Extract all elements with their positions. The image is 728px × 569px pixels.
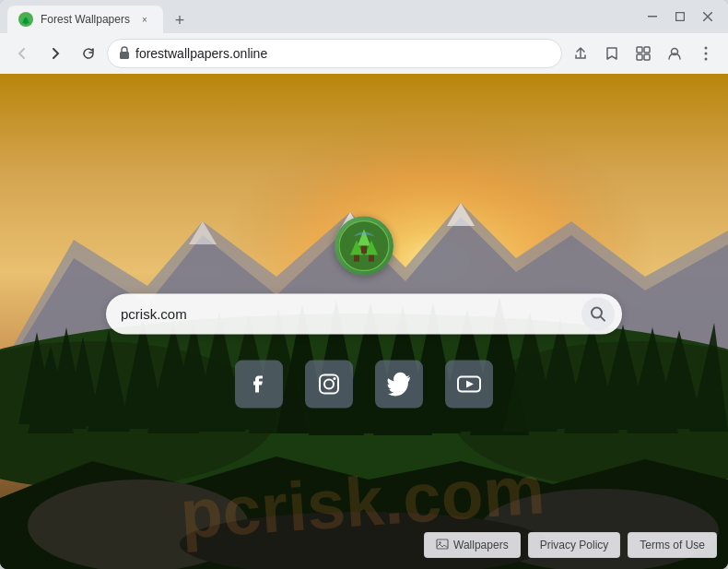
- privacy-label: Privacy Policy: [540, 539, 609, 551]
- wallpapers-button[interactable]: Wallpapers: [424, 532, 521, 558]
- reload-button[interactable]: [74, 39, 103, 68]
- browser-window: 🌲 Forest Wallpapers × +: [0, 0, 728, 569]
- address-bar[interactable]: forestwallpapers.online: [107, 39, 562, 68]
- svg-rect-6: [120, 52, 129, 59]
- search-box[interactable]: [106, 293, 622, 334]
- url-text: forestwallpapers.online: [135, 46, 550, 61]
- svg-point-12: [705, 47, 708, 50]
- svg-point-72: [439, 541, 440, 543]
- new-tab-button[interactable]: +: [167, 7, 193, 33]
- svg-marker-70: [466, 380, 474, 387]
- tab-favicon: 🌲: [18, 12, 33, 27]
- content-area: pcrisk.com: [0, 74, 728, 569]
- svg-rect-63: [369, 255, 374, 261]
- active-tab[interactable]: 🌲 Forest Wallpapers ×: [7, 6, 163, 33]
- tab-title: Forest Wallpapers: [41, 13, 130, 26]
- profile-button[interactable]: [660, 39, 689, 68]
- title-bar: 🌲 Forest Wallpapers × +: [0, 0, 728, 33]
- site-logo: [335, 216, 393, 275]
- svg-rect-2: [648, 16, 657, 18]
- bookmark-button[interactable]: [597, 39, 627, 68]
- svg-rect-61: [361, 245, 367, 253]
- svg-point-68: [334, 377, 336, 380]
- youtube-button[interactable]: [445, 360, 493, 408]
- svg-point-67: [324, 379, 334, 388]
- svg-point-13: [705, 53, 708, 55]
- svg-text:🌲: 🌲: [21, 16, 30, 25]
- svg-rect-3: [676, 13, 685, 21]
- wallpapers-label: Wallpapers: [453, 539, 509, 551]
- wallpapers-icon: [436, 539, 449, 551]
- svg-line-65: [601, 316, 605, 321]
- svg-rect-9: [637, 54, 642, 60]
- svg-rect-7: [637, 47, 642, 53]
- close-button[interactable]: [695, 4, 721, 30]
- minimize-button[interactable]: [640, 4, 665, 30]
- search-button[interactable]: [581, 297, 615, 330]
- terms-label: Terms of Use: [640, 539, 705, 551]
- svg-rect-62: [354, 255, 359, 261]
- svg-rect-10: [644, 54, 650, 60]
- privacy-policy-button[interactable]: Privacy Policy: [528, 532, 621, 558]
- nav-actions: [566, 39, 721, 68]
- extensions-button[interactable]: [628, 39, 658, 68]
- facebook-button[interactable]: [235, 360, 283, 408]
- tab-strip: 🌲 Forest Wallpapers × +: [7, 0, 640, 33]
- terms-of-use-button[interactable]: Terms of Use: [628, 532, 717, 558]
- maximize-button[interactable]: [667, 4, 693, 30]
- social-icons: [235, 360, 493, 408]
- forward-button[interactable]: [41, 39, 70, 68]
- footer-bar: Wallpapers Privacy Policy Terms of Use: [424, 532, 717, 558]
- logo-area: [335, 216, 393, 275]
- twitter-button[interactable]: [375, 360, 423, 408]
- nav-bar: forestwallpapers.online: [0, 33, 728, 74]
- tab-close-button[interactable]: ×: [137, 12, 152, 27]
- search-container: [106, 216, 622, 408]
- lock-icon: [119, 46, 130, 62]
- back-button[interactable]: [7, 39, 37, 68]
- share-button[interactable]: [566, 39, 595, 68]
- window-controls: [640, 4, 721, 30]
- svg-point-14: [705, 58, 708, 61]
- menu-button[interactable]: [691, 39, 721, 68]
- svg-rect-8: [644, 47, 650, 53]
- instagram-button[interactable]: [305, 360, 353, 408]
- search-input[interactable]: [121, 306, 581, 322]
